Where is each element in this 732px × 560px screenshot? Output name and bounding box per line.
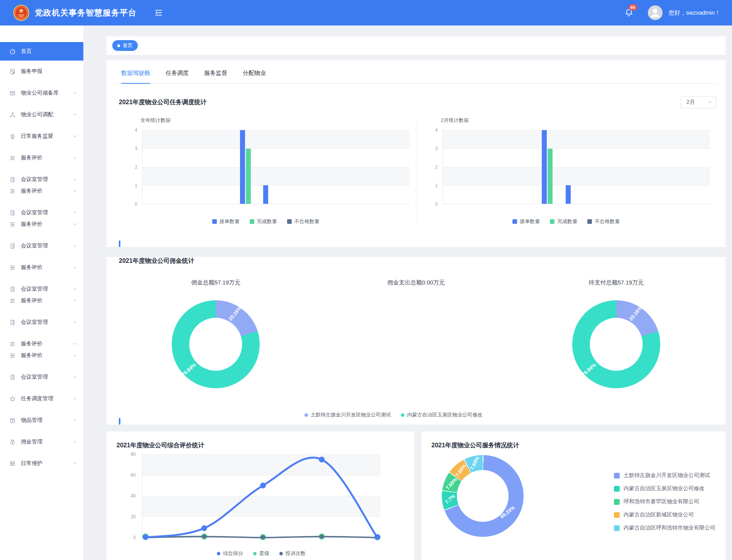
- section-title-commission: 2021年度物业公司佣金统计: [119, 257, 194, 265]
- meeting-room-icon: [9, 286, 16, 293]
- archive-icon: [9, 90, 16, 96]
- y-axis: 43210: [122, 130, 139, 204]
- sidebar-item-label: 服务评价: [21, 188, 73, 195]
- notification-bell-button[interactable]: 66: [624, 8, 634, 18]
- chevron-down-icon: [73, 177, 77, 182]
- sidebar-item-会议室管理[interactable]: 会议室管理: [0, 315, 83, 330]
- legend-item-完成数量[interactable]: 完成数量: [550, 218, 577, 225]
- legend-swatch: [250, 219, 254, 224]
- legend-swatch: [614, 499, 620, 505]
- sidebar-item-服务申报[interactable]: 服务申报: [0, 64, 83, 79]
- chevron-down-icon: [73, 156, 77, 160]
- app-title: 党政机关事务智慧服务平台: [35, 7, 137, 18]
- commission-donuts-row: 佣金总额57.19万元20.16%79.84%佣金支出总额0.00万元待支付总额…: [116, 279, 716, 388]
- notification-badge: 66: [629, 4, 637, 10]
- sidebar-item-服务评价[interactable]: 服务评价: [0, 183, 83, 199]
- legend-item-投诉次数[interactable]: 投诉次数: [279, 550, 306, 557]
- month-select-value: 2月: [686, 99, 695, 106]
- commission-column: 待支付总额57.19万元20.16%79.84%: [516, 279, 716, 388]
- sidebar-item-日常维护[interactable]: 日常维护: [0, 456, 83, 471]
- avatar[interactable]: [648, 5, 663, 20]
- line-综合得分: [145, 458, 377, 538]
- y-tick-label: 2: [135, 164, 137, 170]
- month-select[interactable]: 2月: [681, 96, 716, 108]
- commission-legend: 土默特左旗金川开发区物业公司测试内蒙古自治区玉泉区物业公司修改: [299, 411, 487, 418]
- commission-column-header: 佣金支出总额0.00万元: [316, 279, 516, 286]
- chevron-down-icon: [73, 298, 77, 303]
- sidebar-item-服务评价[interactable]: 服务评价: [0, 217, 83, 232]
- legend-item-不合格数量[interactable]: 不合格数量: [287, 218, 320, 225]
- legend-swatch: [512, 219, 517, 224]
- meeting-room-icon: [9, 374, 16, 381]
- legend-item-接单数量[interactable]: 接单数量: [212, 218, 240, 225]
- legend-item-内蒙古自治区新城区物业公司[interactable]: 内蒙古自治区新城区物业公司: [614, 511, 715, 518]
- month-bar-chart: 43210: [423, 130, 710, 204]
- data-point-综合得分: [260, 483, 266, 489]
- chevron-down-icon: [708, 100, 712, 105]
- tab-服务监督[interactable]: 服务监督: [204, 69, 227, 83]
- tab-数据驾驶舱[interactable]: 数据驾驶舱: [121, 69, 150, 83]
- sidebar-item-会议室管理[interactable]: 会议室管理: [0, 369, 83, 385]
- breadcrumb-home-pill[interactable]: 首页: [112, 40, 138, 51]
- meeting-room-icon: [9, 176, 16, 183]
- sidebar-item-label: 服务评价: [21, 297, 73, 304]
- tab-分配物业[interactable]: 分配物业: [243, 69, 266, 83]
- bar-接单数量: [566, 185, 571, 204]
- legend-label: 土默特左旗金川开发区物业公司测试: [311, 411, 391, 418]
- sidebar-item-服务评价[interactable]: 服务评价: [0, 348, 83, 363]
- line-plot: [142, 454, 380, 538]
- breadcrumb-home-label: 首页: [123, 42, 133, 49]
- sidebar-collapse-icon[interactable]: [154, 8, 163, 17]
- chevron-down-icon: [73, 440, 77, 444]
- sidebar-item-佣金管理[interactable]: 佣金管理: [0, 434, 83, 450]
- dispatch-icon: [9, 112, 16, 118]
- sidebar-item-物业公司调配[interactable]: 物业公司调配: [0, 107, 83, 122]
- breadcrumb-dot-icon: [117, 44, 120, 47]
- sidebar-item-首页[interactable]: 首页: [0, 42, 83, 61]
- sidebar-item-label: 会议室管理: [21, 242, 73, 249]
- y-tick-label: 3: [135, 146, 137, 151]
- legend-item-星级[interactable]: 星级: [253, 550, 269, 557]
- sidebar-item-label: 会议室管理: [21, 319, 73, 326]
- evaluation-line-chart: 806040200: [117, 454, 404, 538]
- legend-item-接单数量[interactable]: 接单数量: [512, 218, 540, 225]
- legend-swatch: [217, 552, 220, 555]
- sidebar-item-日常服务监督[interactable]: 日常服务监督: [0, 129, 83, 144]
- sidebar-item-物业公司储备库[interactable]: 物业公司储备库: [0, 85, 83, 101]
- sidebar-item-会议室管理[interactable]: 会议室管理: [0, 238, 83, 254]
- sidebar-item-label: 服务评价: [21, 352, 73, 359]
- legend-item-综合得分[interactable]: 综合得分: [217, 550, 243, 557]
- legend-item-内蒙古自治区玉泉区物业公司修改[interactable]: 内蒙古自治区玉泉区物业公司修改: [401, 411, 482, 418]
- sidebar-item-服务评价[interactable]: 服务评价: [0, 293, 83, 308]
- app-header: 党政机关事务智慧服务平台 66 您好，swzxadmin！: [0, 0, 732, 25]
- chevron-down-icon: [73, 353, 77, 358]
- legend-label: 不合格数量: [595, 218, 620, 225]
- main-content: 首页 数据驾驶舱任务调度服务监督分配物业 2021年度物业公司任务调度统计 2月…: [107, 25, 725, 560]
- sidebar-item-服务评价[interactable]: 服务评价: [0, 150, 83, 166]
- legend-label: 土默特左旗金川开发区物业公司测试: [624, 472, 710, 479]
- legend-item-内蒙古自治区呼和浩特市物业有限公司[interactable]: 内蒙古自治区呼和浩特市物业有限公司: [614, 524, 715, 531]
- sidebar-item-物品管理[interactable]: 物品管理: [0, 413, 83, 428]
- sidebar-item-label: 物业公司调配: [21, 111, 73, 118]
- legend-swatch: [614, 486, 620, 492]
- legend-item-内蒙古自治区玉泉区物业公司修改[interactable]: 内蒙古自治区玉泉区物业公司修改: [614, 485, 715, 492]
- legend-swatch: [550, 219, 554, 224]
- monitor-icon: [9, 133, 16, 140]
- sliders-icon: [9, 264, 16, 271]
- grid-band: [142, 185, 410, 204]
- legend-item-土默特左旗金川开发区物业公司测试[interactable]: 土默特左旗金川开发区物业公司测试: [304, 411, 391, 418]
- legend-item-不合格数量[interactable]: 不合格数量: [587, 218, 620, 225]
- legend-item-呼和浩特市赛罕区物业有限公司[interactable]: 呼和浩特市赛罕区物业有限公司: [614, 498, 715, 505]
- tab-任务调度[interactable]: 任务调度: [166, 69, 189, 83]
- legend-item-完成数量[interactable]: 完成数量: [250, 218, 277, 225]
- meeting-room-icon: [9, 243, 16, 249]
- legend-swatch: [287, 219, 292, 224]
- sidebar-item-服务评价[interactable]: 服务评价: [0, 260, 83, 275]
- commission-column: 佣金支出总额0.00万元: [316, 279, 516, 388]
- legend-label: 星级: [259, 550, 269, 557]
- meeting-room-icon: [9, 319, 16, 326]
- sidebar-item-任务调度管理[interactable]: 任务调度管理: [0, 391, 83, 406]
- user-icon: [648, 5, 663, 20]
- legend-item-土默特左旗金川开发区物业公司测试[interactable]: 土默特左旗金川开发区物业公司测试: [614, 472, 715, 479]
- legend-label: 呼和浩特市赛罕区物业有限公司: [624, 498, 699, 505]
